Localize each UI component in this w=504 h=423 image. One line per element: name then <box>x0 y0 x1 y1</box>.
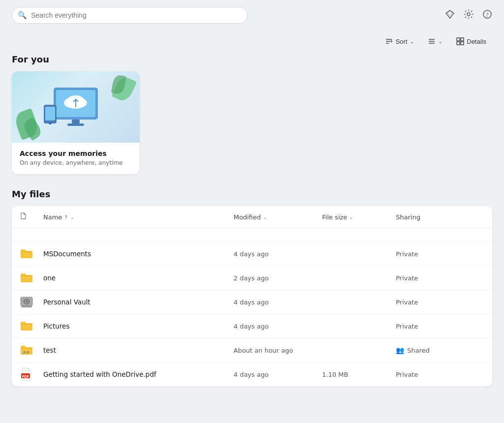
col-icon-header <box>20 212 43 222</box>
file-sharing-cell: Private <box>396 323 484 330</box>
sort-label: Sort <box>395 38 407 45</box>
name-chevron-icon: ⌄ <box>70 214 74 220</box>
sharing-value: Private <box>396 371 418 378</box>
svg-text:PDF: PDF <box>22 375 30 378</box>
details-button[interactable]: Details <box>450 34 492 48</box>
sort-button[interactable]: Sort ⌄ <box>379 34 420 48</box>
modified-chevron-icon: ⌄ <box>263 214 267 220</box>
diamond-icon[interactable] <box>445 9 455 21</box>
file-modified-cell: About an hour ago <box>234 347 322 354</box>
sharing-value: Private <box>396 274 418 282</box>
card-body: Access your memories On any device, anyw… <box>12 143 140 174</box>
file-modified-cell: 4 days ago <box>234 371 322 378</box>
details-label: Details <box>467 38 486 45</box>
file-name-cell: Getting started with OneDrive.pdf <box>43 370 234 378</box>
card-heading: Access your memories <box>20 150 132 157</box>
main-content: For you <box>0 54 504 398</box>
svg-point-33 <box>29 301 30 302</box>
folder-icon <box>20 321 33 332</box>
sharing-value: Private <box>396 299 418 306</box>
sort-chevron-icon: ⌄ <box>410 38 414 45</box>
svg-point-30 <box>26 301 28 302</box>
svg-point-26 <box>49 122 52 124</box>
table-row[interactable]: Personal Vault 4 days ago Private <box>12 290 492 314</box>
svg-marker-0 <box>446 10 454 18</box>
table-row[interactable]: MSDocuments 4 days ago Private <box>12 242 492 266</box>
for-you-section: For you <box>12 54 492 174</box>
sort-icon <box>385 37 393 45</box>
file-name-cell: Personal Vault <box>43 298 234 306</box>
file-icon-cell <box>20 271 33 285</box>
svg-rect-22 <box>72 120 80 123</box>
file-sharing-cell: 👥 Shared <box>396 346 484 354</box>
for-you-title: For you <box>12 54 492 64</box>
svg-rect-23 <box>67 123 84 126</box>
col-modified-header[interactable]: Modified ⌄ <box>234 213 322 221</box>
folder-icon <box>20 248 33 259</box>
card-subtext: On any device, anywhere, anytime <box>20 159 132 166</box>
file-icon-cell <box>20 343 33 357</box>
file-name-cell: one <box>43 274 234 282</box>
file-icon-cell <box>20 295 33 309</box>
svg-marker-1 <box>447 10 452 16</box>
group-chevron-icon: ⌄ <box>438 38 443 45</box>
topbar: 🔍 ? <box>0 0 504 30</box>
details-icon <box>456 37 464 45</box>
file-modified-cell: 4 days ago <box>234 299 322 306</box>
file-sharing-cell: Private <box>396 371 484 378</box>
file-sharing-cell: Private <box>396 274 484 282</box>
file-header-icon <box>20 212 28 220</box>
filesize-chevron-icon: ⌄ <box>349 214 353 220</box>
svg-rect-25 <box>45 107 55 121</box>
svg-rect-13 <box>457 42 460 45</box>
file-size-cell: 1.10 MB <box>322 371 396 378</box>
svg-rect-14 <box>461 42 464 45</box>
folder-icon <box>20 272 33 283</box>
pdf-icon: PDF <box>21 367 32 381</box>
svg-rect-11 <box>457 38 460 41</box>
file-sharing-cell: Private <box>396 250 484 258</box>
group-icon <box>428 37 436 45</box>
col-filesize-header[interactable]: File size ⌄ <box>322 213 396 221</box>
share-people-icon: 👥 <box>396 346 404 354</box>
table-row[interactable]: one 2 days ago Private <box>12 266 492 290</box>
table-row[interactable]: test About an hour ago 👥 Shared <box>12 338 492 363</box>
sharing-value: Private <box>396 250 418 258</box>
file-modified-cell: 2 days ago <box>234 274 322 282</box>
file-rows-container: MSDocuments 4 days ago Private one 2 day… <box>12 242 492 386</box>
file-name-cell: Pictures <box>43 322 234 330</box>
svg-point-2 <box>467 13 470 16</box>
my-files-title: My files <box>12 189 492 199</box>
spacer-row <box>12 228 492 242</box>
card-image <box>12 71 140 143</box>
files-table: Name ↑ ⌄ Modified ⌄ File size ⌄ Sharing <box>12 206 492 386</box>
file-name-cell: MSDocuments <box>43 250 234 258</box>
table-row[interactable]: PDF Getting started with OneDrive.pdf 4 … <box>12 363 492 386</box>
memories-card[interactable]: Access your memories On any device, anyw… <box>12 71 140 174</box>
file-name-cell: test <box>43 346 234 354</box>
table-header: Name ↑ ⌄ Modified ⌄ File size ⌄ Sharing <box>12 206 492 228</box>
file-sharing-cell: Private <box>396 299 484 306</box>
search-input[interactable] <box>12 7 248 24</box>
help-icon[interactable]: ? <box>482 9 492 21</box>
sharing-value: Private <box>396 323 418 330</box>
sharing-value: Shared <box>407 347 430 354</box>
file-modified-cell: 4 days ago <box>234 250 322 258</box>
svg-point-32 <box>23 301 24 302</box>
file-modified-cell: 4 days ago <box>234 323 322 330</box>
file-icon-cell <box>20 319 33 333</box>
search-icon: 🔍 <box>18 11 27 20</box>
my-files-section: My files Name ↑ ⌄ Modified ⌄ <box>12 189 492 386</box>
folder-shared-icon <box>20 345 33 356</box>
col-name-header[interactable]: Name ↑ ⌄ <box>43 213 234 221</box>
table-row[interactable]: Pictures 4 days ago Private <box>12 314 492 338</box>
toolbar: Sort ⌄ ⌄ Details <box>0 30 504 54</box>
col-sharing-header: Sharing <box>396 213 484 221</box>
settings-icon[interactable] <box>464 9 474 21</box>
monitor-illustration <box>44 80 108 134</box>
svg-text:?: ? <box>486 11 488 18</box>
group-button[interactable]: ⌄ <box>422 34 448 48</box>
svg-rect-12 <box>461 38 464 41</box>
topbar-icons: ? <box>445 9 492 21</box>
search-wrapper: 🔍 <box>12 7 248 24</box>
